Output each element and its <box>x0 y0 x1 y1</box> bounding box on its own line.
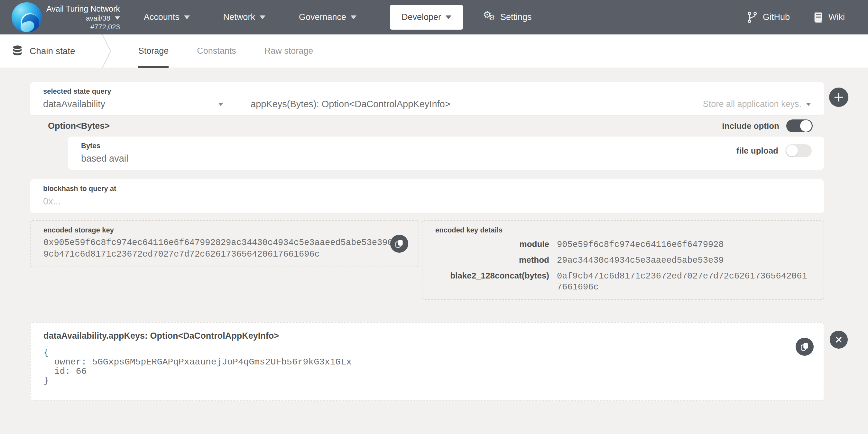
detail-value: 29ac34430c4934c5e3aaeed5abe53e39 <box>557 255 723 266</box>
method-select[interactable]: appKeys(Bytes): Option<DaControlAppKeyIn… <box>251 99 451 110</box>
section-chain-state: Chain state <box>12 46 75 57</box>
add-query-button[interactable] <box>829 88 848 107</box>
option-type-label: Option<Bytes> <box>48 121 110 131</box>
nav-governance[interactable]: Governance <box>299 12 356 22</box>
bytes-input[interactable] <box>81 153 736 164</box>
encoded-key-row: encoded storage key 0x905e59f6c8fc974ec6… <box>30 220 824 300</box>
close-icon <box>834 335 843 344</box>
pallet-select[interactable]: dataAvailability <box>43 99 223 110</box>
database-icon <box>12 46 23 57</box>
encoded-key-details-panel: encoded key details module 905e59f6c8fc9… <box>422 220 824 300</box>
method-hint-text: Store all application keys. <box>703 99 801 109</box>
pallet-value: dataAvailability <box>43 99 105 110</box>
tabs: Storage Constants Raw storage <box>138 34 342 68</box>
copy-icon <box>395 239 404 249</box>
chevron-down-icon <box>218 103 223 106</box>
tab-constants[interactable]: Constants <box>197 34 236 68</box>
chevron-down-icon <box>806 103 811 106</box>
wiki-link[interactable]: Wiki <box>813 11 845 23</box>
blockhash-input[interactable] <box>43 196 811 207</box>
tab-storage[interactable]: Storage <box>138 34 169 68</box>
encoded-storage-key-panel: encoded storage key 0x905e59f6c8fc974ec6… <box>30 220 419 267</box>
param-option-section: Option<Bytes> include option Bytes file … <box>30 116 824 174</box>
copy-result-button[interactable] <box>796 338 814 356</box>
detail-row-blake2: blake2_128concat(bytes) 0af9cb471c6d8171… <box>435 270 811 293</box>
app-header: Avail Turing Network avail/38 #772,023 A… <box>0 0 868 34</box>
nav-developer-active[interactable]: Developer <box>390 5 463 30</box>
best-block-number: #772,023 <box>90 23 120 31</box>
blockhash-card: blockhash to query at <box>30 179 824 213</box>
result-json: { owner: 5GGxpsGM5pERGAPqPxaaunejJoP4qGm… <box>43 348 779 385</box>
nav-network[interactable]: Network <box>223 12 266 22</box>
encoded-key-details-label: encoded key details <box>435 226 811 234</box>
copy-storage-key-button[interactable] <box>390 235 408 253</box>
include-option-toggle[interactable] <box>786 119 813 132</box>
nav-settings[interactable]: ⚙⚙ Settings <box>483 11 532 24</box>
encoded-storage-key-label: encoded storage key <box>43 226 406 234</box>
bytes-input-card: Bytes file upload <box>68 136 824 170</box>
avail-logo[interactable] <box>11 2 42 32</box>
tabbar: Chain state Storage Constants Raw storag… <box>0 34 868 68</box>
detail-key: blake2_128concat(bytes) <box>435 270 549 281</box>
query-result-card: dataAvailability.appKeys: Option<DaContr… <box>30 322 824 401</box>
file-upload-label: file upload <box>736 146 778 156</box>
nav-accounts[interactable]: Accounts <box>144 12 190 22</box>
chevron-down-icon <box>351 16 356 19</box>
chain-spec[interactable]: avail/38 <box>86 14 120 23</box>
book-icon <box>813 11 823 23</box>
method-hint-select[interactable]: Store all application keys. <box>703 99 811 109</box>
bytes-label: Bytes <box>81 142 736 150</box>
network-selector[interactable]: Avail Turing Network avail/38 #772,023 <box>46 4 120 31</box>
include-option-label: include option <box>722 121 779 131</box>
detail-key: module <box>435 238 549 250</box>
file-upload-toggle[interactable] <box>785 144 812 157</box>
section-label: Chain state <box>30 46 75 56</box>
toggle-knob <box>800 120 812 132</box>
chevron-down-icon <box>260 16 266 19</box>
remove-query-button[interactable] <box>830 331 848 349</box>
chevron-down-icon <box>445 16 452 19</box>
main-content: selected state query dataAvailability ap… <box>30 82 824 401</box>
plus-icon <box>833 92 844 103</box>
result-title: dataAvailability.appKeys: Option<DaContr… <box>43 331 779 341</box>
encoded-storage-key-value: 0x905e59f6c8fc974ec64116e6f647992829ac34… <box>43 237 403 260</box>
query-card: selected state query dataAvailability ap… <box>30 82 824 116</box>
detail-value: 0af9cb471c6d8171c23672ed7027e7d72c626173… <box>557 271 811 293</box>
github-link[interactable]: GitHub <box>747 11 790 24</box>
detail-row-module: module 905e59f6c8fc974ec64116e6f6479928 <box>435 238 811 250</box>
detail-value: 905e59f6c8fc974ec64116e6f6479928 <box>557 239 723 250</box>
indent-guide <box>49 141 49 174</box>
toggle-knob <box>786 145 798 156</box>
chevron-down-icon <box>184 16 190 19</box>
copy-icon <box>800 342 809 352</box>
breadcrumb-chevron <box>100 34 113 68</box>
detail-row-method: method 29ac34430c4934c5e3aaeed5abe53e39 <box>435 254 811 266</box>
tab-raw-storage[interactable]: Raw storage <box>265 34 313 68</box>
gears-icon: ⚙⚙ <box>483 11 496 24</box>
network-name: Avail Turing Network <box>46 4 120 14</box>
detail-key: method <box>435 254 549 265</box>
blockhash-label: blockhash to query at <box>43 184 811 193</box>
code-branch-icon <box>747 11 758 24</box>
query-label: selected state query <box>43 87 811 96</box>
chevron-down-icon <box>115 17 120 20</box>
